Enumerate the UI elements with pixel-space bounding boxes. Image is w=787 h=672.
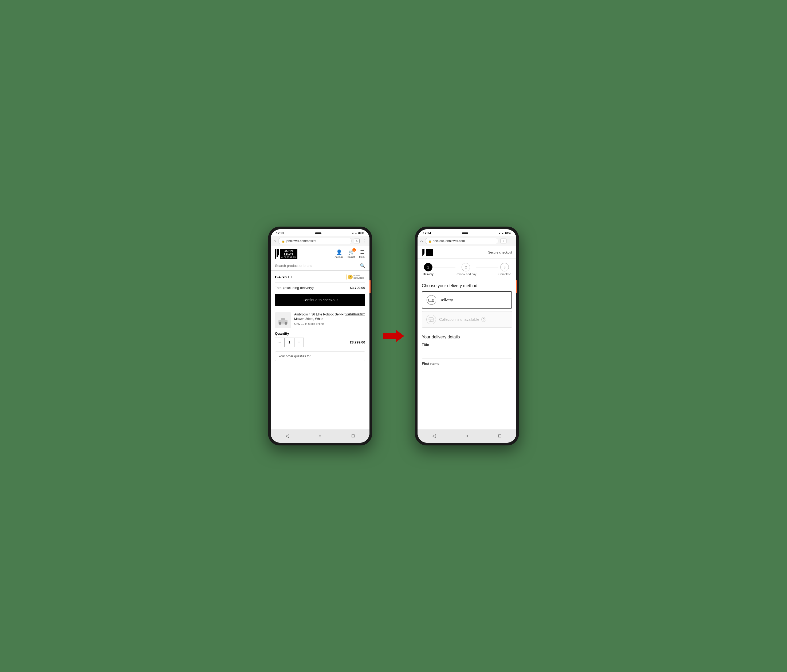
scene: 17:33 ▾ ▲ 84% ⌂ 🔒 johnlewis.com/basket 5… xyxy=(268,227,519,445)
lawn-mower-img xyxy=(276,315,290,326)
home-button[interactable]: ○ xyxy=(316,432,324,440)
step-1-label: Delivery xyxy=(423,273,433,276)
svg-marker-5 xyxy=(383,330,404,342)
right-tab-count[interactable]: 5 xyxy=(501,238,506,243)
home-icon[interactable]: ⌂ xyxy=(273,238,276,243)
quantity-increase-button[interactable]: + xyxy=(294,338,304,347)
account-label: Account xyxy=(335,256,343,258)
right-home-button[interactable]: ○ xyxy=(463,432,471,440)
right-bottom-nav: ◁ ○ □ xyxy=(417,429,516,443)
collection-store-icon xyxy=(426,315,436,324)
delivery-van-icon xyxy=(427,295,436,305)
title-input[interactable] xyxy=(422,348,512,358)
delivery-section-title: Choose your delivery method xyxy=(422,284,512,288)
svg-point-7 xyxy=(429,301,430,302)
svg-point-3 xyxy=(284,322,287,325)
left-phone: 17:33 ▾ ▲ 84% ⌂ 🔒 johnlewis.com/basket 5… xyxy=(268,227,372,445)
title-field-group: Title xyxy=(422,343,512,358)
norton-text: NortonSECURED xyxy=(354,274,364,279)
search-icon[interactable]: 🔍 xyxy=(360,263,365,268)
remove-item-link[interactable]: Remove item xyxy=(348,312,365,315)
step-1-circle: 1 xyxy=(424,263,433,271)
product-image xyxy=(275,312,291,328)
quantity-label: Quantity xyxy=(275,331,365,336)
search-input[interactable] xyxy=(275,264,358,268)
left-battery: ▾ ▲ 84% xyxy=(352,232,364,235)
recents-button[interactable]: □ xyxy=(349,432,357,440)
step-3-label: Complete xyxy=(498,273,511,276)
firstname-input[interactable] xyxy=(422,367,512,377)
jl-brand-text: JOHNLEWIS & PARTNERS xyxy=(280,249,297,259)
store-header: JOHNLEWIS & PARTNERS 👤 Account 🛒 1 xyxy=(271,246,370,261)
right-browser-bar[interactable]: ⌂ 🔒 heckout.johnlewis.com 5 ⋮ xyxy=(417,236,516,246)
step-3-circle: 3 xyxy=(500,263,509,271)
quantity-value: 1 xyxy=(284,338,294,347)
search-bar[interactable]: 🔍 xyxy=(271,261,370,271)
logo-stripes-small xyxy=(422,249,425,256)
basket-count: 1 xyxy=(352,248,356,252)
quantity-controls: − 1 + xyxy=(275,338,304,347)
delivery-section: Choose your delivery method Delivery xyxy=(417,279,516,334)
total-label: Total (excluding delivery): xyxy=(275,286,314,290)
menu-nav[interactable]: ☰ Menu xyxy=(359,249,365,258)
delivery-option-label: Delivery xyxy=(439,298,453,302)
delivery-details-title: Your delivery details xyxy=(422,334,512,339)
right-time: 17:34 xyxy=(423,231,431,235)
right-back-button[interactable]: ◁ xyxy=(430,432,438,440)
basket-label: Basket xyxy=(348,256,355,258)
jl-name: JOHNLEWIS xyxy=(281,249,296,256)
collection-row: Collection is unavailable ? xyxy=(439,317,486,322)
svg-rect-6 xyxy=(428,299,432,301)
checkout-button[interactable]: Continue to checkout xyxy=(275,294,365,306)
quantity-decrease-button[interactable]: − xyxy=(275,338,284,347)
jl-logo-block xyxy=(426,249,433,256)
left-time: 17:33 xyxy=(276,231,284,235)
basket-title-row: BASKET ✓ NortonSECURED xyxy=(271,271,370,282)
svg-rect-10 xyxy=(430,320,432,322)
firstname-field-label: First name xyxy=(422,361,512,366)
delivery-option-delivery[interactable]: Delivery xyxy=(422,292,512,309)
right-signal-icon: ▲ xyxy=(501,232,504,235)
url-text: johnlewis.com/basket xyxy=(286,239,316,243)
right-page-content: Secure checkout 1 Delivery 2 Review and … xyxy=(417,246,516,429)
norton-check-icon: ✓ xyxy=(348,274,352,279)
logo-stripes xyxy=(275,249,279,259)
right-home-icon[interactable]: ⌂ xyxy=(420,238,423,243)
quantity-section: Quantity − 1 + £3,799.00 xyxy=(271,331,370,349)
right-phone-screen: 17:34 ▾ ▲ 84% ⌂ 🔒 heckout.johnlewis.com … xyxy=(417,229,516,443)
right-battery-text: 84% xyxy=(505,232,511,235)
menu-label: Menu xyxy=(359,256,365,258)
basket-nav[interactable]: 🛒 1 Basket xyxy=(348,249,355,258)
stripe-2 xyxy=(277,249,278,257)
collection-help-icon[interactable]: ? xyxy=(481,317,486,322)
stripe-sm-2 xyxy=(423,249,424,255)
total-amount: £3,799.00 xyxy=(350,286,365,290)
jl-logo: JOHNLEWIS & PARTNERS xyxy=(275,249,297,259)
right-recents-button[interactable]: □ xyxy=(495,432,504,440)
menu-icon: ☰ xyxy=(360,249,364,255)
right-url-text: heckout.johnlewis.com xyxy=(433,239,465,243)
right-url-bar[interactable]: 🔒 heckout.johnlewis.com xyxy=(425,238,498,244)
stripe-3 xyxy=(278,249,279,256)
jl-partners: & PARTNERS xyxy=(281,256,296,258)
left-browser-bar[interactable]: ⌂ 🔒 johnlewis.com/basket 5 ⋮ xyxy=(271,236,370,246)
url-bar[interactable]: 🔒 johnlewis.com/basket xyxy=(278,238,352,244)
right-browser-menu-icon[interactable]: ⋮ xyxy=(509,238,514,244)
signal-icon: ▲ xyxy=(354,232,357,235)
norton-badge: ✓ NortonSECURED xyxy=(346,274,365,280)
right-phone: 17:34 ▾ ▲ 84% ⌂ 🔒 heckout.johnlewis.com … xyxy=(415,227,519,445)
left-bottom-nav: ◁ ○ □ xyxy=(271,429,370,443)
left-phone-screen: 17:33 ▾ ▲ 84% ⌂ 🔒 johnlewis.com/basket 5… xyxy=(271,229,370,443)
step-2-circle: 2 xyxy=(461,263,470,271)
title-field-label: Title xyxy=(422,343,512,347)
item-price: £3,799.00 xyxy=(350,340,365,344)
navigation-arrow xyxy=(383,328,404,344)
browser-menu-icon[interactable]: ⋮ xyxy=(362,238,367,244)
step-2-label: Review and pay xyxy=(455,273,476,276)
account-nav[interactable]: 👤 Account xyxy=(335,249,343,258)
delivery-option-collection: Collection is unavailable ? xyxy=(422,311,512,328)
svg-rect-4 xyxy=(281,318,285,320)
tab-count[interactable]: 5 xyxy=(354,238,360,243)
back-button[interactable]: ◁ xyxy=(283,432,292,440)
wifi-icon: ▾ xyxy=(352,232,354,235)
